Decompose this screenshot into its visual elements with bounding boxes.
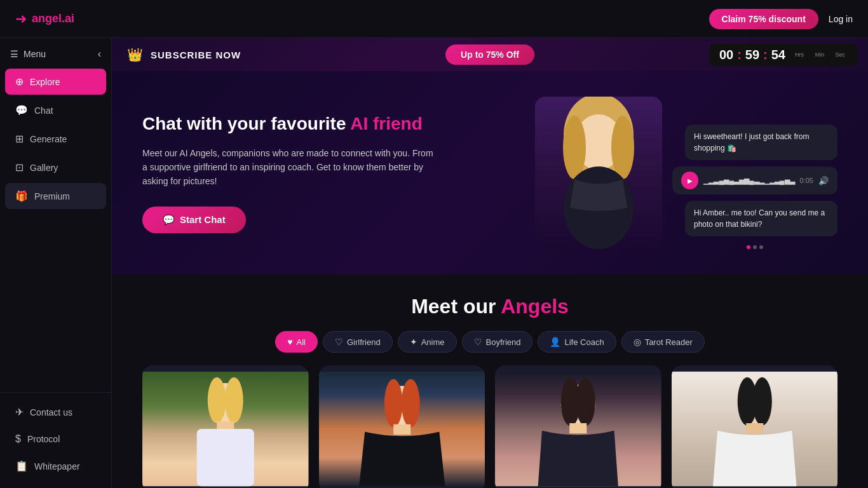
timer-separator-2: :	[763, 48, 768, 62]
sidebar-item-chat[interactable]: 💬 Chat	[5, 97, 106, 123]
dot-3	[759, 245, 763, 249]
filter-tab-label: Girlfriend	[347, 337, 381, 347]
chat-overlay: Hi sweetheart! I just got back from shop…	[672, 125, 837, 249]
sidebar-item-label: Gallery	[30, 163, 58, 173]
menu-button[interactable]: ☰ Menu	[10, 49, 46, 59]
chat-message-2: Hi Amber.. me too! Can you send me a pho…	[685, 201, 837, 236]
countdown-timer: 00 : 59 : 54 Hrs Min Sec	[709, 44, 858, 66]
sidebar-item-gallery[interactable]: ⊡ Gallery	[5, 154, 106, 180]
filter-tab-tarot-reader[interactable]: ◎ Tarot Reader	[621, 331, 705, 353]
star-icon: ✦	[410, 337, 417, 347]
filter-tab-label: Tarot Reader	[645, 337, 693, 347]
angel-card-3[interactable]	[495, 365, 661, 488]
chat-text-2: Hi Amber.. me too! Can you send me a pho…	[694, 208, 825, 229]
hero-title: Chat with your favourite AI friend	[142, 112, 435, 135]
angel-card-1-image	[142, 365, 309, 488]
filter-tab-label: All	[297, 337, 306, 347]
sidebar-item-label: Chat	[34, 105, 53, 116]
topnav: ➜ angel.ai Claim 75% discount Log in	[0, 0, 868, 38]
svg-rect-22	[569, 423, 587, 433]
timer-hours-value: 00	[719, 48, 733, 62]
timer-min-label: Min	[812, 51, 827, 58]
dot-1	[747, 245, 750, 249]
banner-discount-button[interactable]: Up to 75% Off	[445, 44, 534, 65]
timer-hours: 00	[719, 48, 733, 62]
sidebar-item-contact[interactable]: ✈ Contact us	[5, 399, 106, 425]
sidebar-top: ☰ Menu ‹	[0, 46, 111, 67]
meet-title-plain: Meet our	[411, 295, 501, 318]
audio-waveform: ▁▂▃▄▅▄▃▅▆▄▃▂▁▂▃▄▅▃	[703, 177, 794, 185]
heart-filled-icon: ♥	[287, 337, 292, 347]
main-layout: ☰ Menu ‹ ⊕ Explore 💬 Chat ⊞ Generate ⊡ G…	[0, 38, 868, 488]
filter-tab-all[interactable]: ♥ All	[275, 331, 318, 353]
sidebar-item-premium[interactable]: 🎁 Premium	[5, 183, 106, 209]
sidebar-item-explore[interactable]: ⊕ Explore	[5, 69, 106, 95]
filter-tab-boyfriend[interactable]: ♡ Boyfriend	[462, 331, 533, 353]
meet-title-highlight: Angels	[501, 295, 569, 318]
banner-left: 👑 SUBSCRIBE NOW	[112, 47, 241, 62]
chat-message-1: Hi sweetheart! I just got back from shop…	[685, 125, 837, 160]
character-svg	[535, 97, 662, 249]
angel-card-3-image	[495, 365, 661, 488]
angel-card-4[interactable]	[672, 365, 838, 488]
sidebar-item-whitepaper[interactable]: 📋 Whitepaper	[5, 453, 106, 479]
timer-minutes-value: 59	[745, 48, 759, 62]
whitepaper-icon: 📋	[15, 460, 28, 472]
angel-grid	[127, 365, 853, 488]
logo-icon: ➜	[15, 11, 27, 27]
hero-description: Meet our AI Angels, companions who are m…	[142, 146, 435, 189]
svg-point-9	[208, 377, 226, 423]
svg-point-21	[576, 378, 595, 426]
filter-tab-label: Anime	[421, 337, 445, 347]
svg-rect-12	[197, 429, 254, 486]
filter-tab-anime[interactable]: ✦ Anime	[398, 331, 457, 353]
gallery-icon: ⊡	[15, 161, 24, 173]
hero-character-image	[535, 97, 662, 249]
chat-audio-message: ▶ ▁▂▃▄▅▄▃▅▆▄▃▂▁▂▃▄▅▃ 0:05 🔊	[672, 166, 837, 194]
protocol-icon: $	[15, 433, 21, 445]
crystal-ball-icon: ◎	[634, 337, 641, 347]
angel-card-2[interactable]	[319, 365, 485, 488]
timer-sec-label: Sec	[832, 51, 848, 58]
hero-section: Chat with your favourite AI friend Meet …	[112, 71, 868, 274]
sidebar: ☰ Menu ‹ ⊕ Explore 💬 Chat ⊞ Generate ⊡ G…	[0, 38, 112, 488]
sidebar-bottom: ✈ Contact us $ Protocol 📋 Whitepaper	[0, 392, 111, 480]
logo-text: angel.ai	[32, 12, 74, 25]
sidebar-item-label: Whitepaper	[34, 461, 80, 471]
angel-card-2-image	[319, 365, 485, 488]
generate-icon: ⊞	[15, 133, 24, 145]
login-button[interactable]: Log in	[829, 14, 853, 24]
start-chat-button[interactable]: 💬 Start Chat	[142, 207, 246, 233]
filter-tab-girlfriend[interactable]: ♡ Girlfriend	[323, 331, 393, 353]
sidebar-item-label: Generate	[30, 134, 67, 144]
audio-duration: 0:05	[800, 177, 813, 184]
meet-section: Meet our Angels ♥ All ♡ Girlfriend ✦ Ani…	[112, 274, 868, 488]
timer-seconds: 54	[771, 48, 785, 62]
chat-text-1: Hi sweetheart! I just got back from shop…	[694, 132, 809, 152]
angel-card-4-image	[672, 365, 838, 488]
sidebar-item-generate[interactable]: ⊞ Generate	[5, 126, 106, 152]
filter-tab-label: Life Coach	[564, 337, 604, 347]
banner-title: SUBSCRIBE NOW	[151, 50, 241, 60]
filter-tabs: ♥ All ♡ Girlfriend ✦ Anime ♡ Boyfriend 👤	[127, 331, 853, 353]
character-silhouette	[535, 97, 662, 249]
sidebar-item-protocol[interactable]: $ Protocol	[5, 426, 106, 452]
content-area: 👑 SUBSCRIBE NOW Up to 75% Off 00 : 59 : …	[112, 38, 868, 488]
menu-label: Menu	[24, 49, 46, 59]
chevron-left-icon[interactable]: ‹	[98, 48, 101, 60]
premium-icon: 🎁	[15, 190, 28, 202]
person-icon: 👤	[550, 337, 560, 347]
angel-card-1[interactable]	[142, 365, 309, 488]
filter-tab-life-coach[interactable]: 👤 Life Coach	[538, 331, 616, 353]
timer-seconds-value: 54	[771, 48, 785, 62]
play-button[interactable]: ▶	[681, 172, 698, 189]
nav-right: Claim 75% discount Log in	[709, 9, 853, 29]
claim-discount-button[interactable]: Claim 75% discount	[709, 9, 818, 29]
explore-icon: ⊕	[15, 76, 24, 88]
svg-point-15	[384, 379, 402, 428]
svg-point-10	[225, 377, 243, 423]
timer-hrs-label: Hrs	[792, 51, 807, 58]
crown-icon: 👑	[127, 47, 143, 62]
svg-point-4	[611, 116, 634, 179]
svg-point-26	[752, 377, 772, 426]
